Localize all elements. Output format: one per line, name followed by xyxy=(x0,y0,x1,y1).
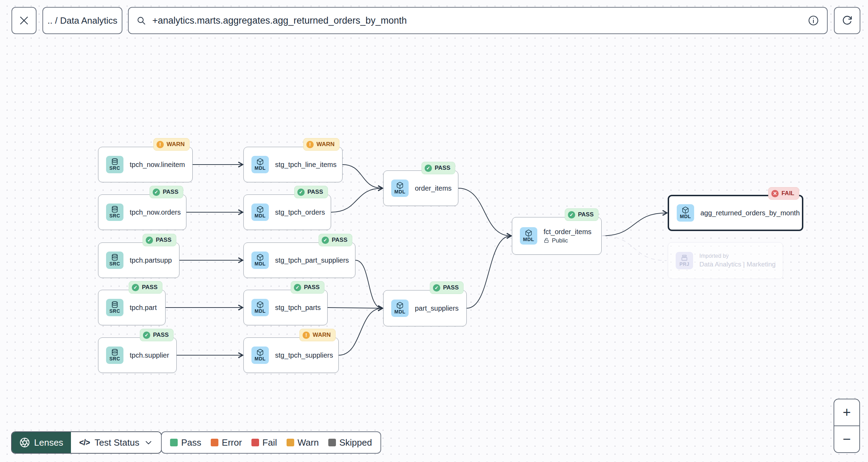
unlock-icon xyxy=(544,238,549,244)
node-type-label: MDL xyxy=(255,213,266,218)
node-type-label: SRC xyxy=(109,261,120,266)
status-badge-pass: ✓PASS xyxy=(143,234,176,246)
graph-node-src_part[interactable]: SRCtpch.part✓PASS xyxy=(98,290,166,325)
node-text: tpch.partsupp xyxy=(130,256,172,264)
edge-stg_suppliers-to-part_suppliers xyxy=(339,308,382,355)
node-label: part_suppliers xyxy=(415,304,459,312)
zoom-out-button[interactable]: − xyxy=(834,425,859,452)
close-button[interactable] xyxy=(11,7,37,34)
status-dot: ! xyxy=(303,332,310,339)
graph-node-src_orders[interactable]: SRCtpch_now.orders✓PASS xyxy=(98,194,186,230)
status-dot: ✓ xyxy=(132,284,139,291)
status-dot: ✓ xyxy=(568,211,575,218)
status-dot: ✓ xyxy=(294,284,301,291)
graph-node-stg_orders[interactable]: MDLstg_tpch_orders✓PASS xyxy=(243,194,331,230)
graph-node-imported_by[interactable]: PRJImported byData Analytics | Marketing xyxy=(668,242,783,279)
node-text: agg_returned_orders_by_month xyxy=(700,209,796,217)
status-badge-pass: ✓PASS xyxy=(291,281,324,294)
status-badge-label: PASS xyxy=(304,284,320,291)
graph-node-stg_line_items[interactable]: MDLstg_tpch_line_items!WARN xyxy=(243,147,343,182)
x-icon xyxy=(19,15,29,26)
zoom-controls: + − xyxy=(834,399,860,453)
database-icon-box: SRC xyxy=(106,252,123,269)
status-badge-warn: !WARN xyxy=(299,329,336,341)
node-type-label: MDL xyxy=(394,189,405,194)
node-text: stg_tpch_part_suppliers xyxy=(275,256,349,264)
status-badge-label: WARN xyxy=(316,141,335,148)
database-icon-box: SRC xyxy=(106,204,123,221)
edge-part_suppliers-to-fct_order_items xyxy=(467,236,511,308)
graph-node-stg_suppliers[interactable]: MDLstg_tpch_suppliers!WARN xyxy=(243,337,339,373)
info-icon[interactable] xyxy=(807,15,819,26)
edge-stg_orders-to-order_items xyxy=(331,188,382,212)
legend-swatch xyxy=(170,439,178,446)
node-label: tpch_now.orders xyxy=(130,208,180,216)
status-badge-label: PASS xyxy=(156,237,171,244)
search-bar[interactable] xyxy=(128,7,828,34)
node-text: order_items xyxy=(415,184,452,192)
node-text: tpch.supplier xyxy=(130,351,169,359)
node-label: stg_tpch_orders xyxy=(275,208,324,216)
legend-item-fail: Fail xyxy=(251,437,277,448)
legend-item-error: Error xyxy=(211,437,242,448)
status-badge-pass: ✓PASS xyxy=(129,281,162,294)
graph-node-stg_part_suppliers[interactable]: MDLstg_tpch_part_suppliers✓PASS xyxy=(243,242,355,278)
legend-item-warn: Warn xyxy=(287,437,319,448)
graph-node-src_lineitem[interactable]: SRCtpch_now.lineitem!WARN xyxy=(98,147,193,182)
status-badge-warn: !WARN xyxy=(303,138,339,151)
node-type-label: SRC xyxy=(109,213,120,218)
node-label: stg_tpch_line_items xyxy=(275,161,336,169)
cube-icon-box: MDL xyxy=(251,346,269,364)
node-type-label: MDL xyxy=(255,309,266,314)
node-access-label: Public xyxy=(544,237,592,244)
node-type-label: PRJ xyxy=(680,262,690,267)
edge-fct_order_items-to-agg_returned_orders_by_month xyxy=(602,213,667,236)
cube-icon-box: MDL xyxy=(677,204,694,222)
legend-label: Pass xyxy=(181,437,201,448)
node-type-label: SRC xyxy=(109,166,120,171)
search-input[interactable] xyxy=(152,15,802,26)
graph-node-src_partsupp[interactable]: SRCtpch.partsupp✓PASS xyxy=(98,242,179,278)
node-label: tpch.partsupp xyxy=(130,256,172,264)
refresh-button[interactable] xyxy=(834,7,860,34)
aperture-icon xyxy=(19,437,30,448)
graph-node-stg_parts[interactable]: MDLstg_tpch_parts✓PASS xyxy=(243,290,328,325)
lineage-canvas[interactable]: SRCtpch_now.lineitem!WARNSRCtpch_now.ord… xyxy=(0,0,868,462)
refresh-icon xyxy=(842,15,853,26)
cube-icon-box: MDL xyxy=(251,252,269,269)
legend-label: Warn xyxy=(298,437,319,448)
cube-icon-box: MDL xyxy=(251,299,269,316)
node-label: tpch_now.lineitem xyxy=(130,161,185,169)
status-badge-label: WARN xyxy=(167,141,185,148)
ghost-node-project: Data Analytics | Marketing xyxy=(699,261,775,268)
status-badge-pass: ✓PASS xyxy=(421,162,455,174)
graph-node-fct_order_items[interactable]: MDLfct_order_itemsPublic✓PASS xyxy=(512,217,602,255)
lenses-label: Lenses xyxy=(34,437,63,448)
graph-node-part_suppliers[interactable]: MDLpart_suppliers✓PASS xyxy=(383,290,467,326)
code-icon: </> xyxy=(79,438,90,447)
lenses-button[interactable]: Lenses xyxy=(12,432,71,453)
status-dot: ✓ xyxy=(297,189,305,196)
node-text: stg_tpch_orders xyxy=(275,208,324,216)
node-type-label: MDL xyxy=(394,309,405,314)
status-badge-label: PASS xyxy=(443,284,459,291)
lens-selector-dropdown[interactable]: </> Test Status xyxy=(71,432,161,453)
node-text: stg_tpch_parts xyxy=(275,304,321,312)
node-type-label: MDL xyxy=(255,356,266,361)
graph-node-agg_returned_orders_by_month[interactable]: MDLagg_returned_orders_by_month✕FAIL xyxy=(668,195,803,231)
cube-icon-box: MDL xyxy=(251,204,269,221)
status-dot: ✕ xyxy=(771,190,779,197)
status-dot: ! xyxy=(156,141,164,148)
node-label: fct_order_items xyxy=(544,228,592,236)
graph-node-order_items[interactable]: MDLorder_items✓PASS xyxy=(383,170,458,206)
edge-order_items-to-fct_order_items xyxy=(458,188,511,236)
zoom-in-button[interactable]: + xyxy=(834,399,859,425)
status-badge-label: PASS xyxy=(332,237,347,244)
graph-node-src_supplier[interactable]: SRCtpch.supplier✓PASS xyxy=(98,337,177,373)
test-status-legend: PassErrorFailWarnSkipped xyxy=(161,431,381,454)
node-text: part_suppliers xyxy=(415,304,459,312)
status-badge-pass: ✓PASS xyxy=(319,234,352,246)
node-label: tpch.supplier xyxy=(130,351,169,359)
breadcrumb[interactable]: .. / Data Analytics xyxy=(42,7,122,34)
project-icon-box: PRJ xyxy=(676,252,693,269)
